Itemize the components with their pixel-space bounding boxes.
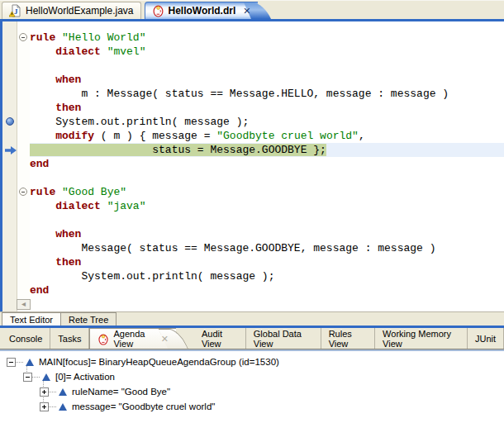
drools-file-icon bbox=[152, 4, 164, 17]
tree-connector bbox=[49, 392, 56, 392]
hscroll-left-button[interactable]: ◂ bbox=[17, 299, 31, 310]
code-line-text: end bbox=[30, 158, 49, 170]
tree-item-label: MAIN[focus]= BinaryHeapQueueAgendaGroup … bbox=[39, 357, 279, 367]
tab-helloworld-drl[interactable]: HelloWorld.drl ✕ bbox=[145, 2, 258, 19]
tab-label: JUnit bbox=[475, 334, 496, 344]
agenda-view-tree[interactable]: MAIN[focus]= BinaryHeapQueueAgendaGroup … bbox=[0, 351, 504, 423]
svg-text:J: J bbox=[14, 7, 18, 16]
view-tab-working-memory-view[interactable]: Working Memory View bbox=[375, 328, 468, 349]
code-line[interactable] bbox=[30, 171, 504, 185]
code-line[interactable]: dialect "mvel" bbox=[30, 45, 504, 59]
debug-instruction-pointer-icon bbox=[5, 146, 17, 154]
folding-ruler[interactable] bbox=[17, 21, 30, 311]
tree-item-label: [0]= Activation bbox=[55, 372, 115, 382]
collapse-icon[interactable] bbox=[23, 373, 32, 382]
code-line[interactable]: System.out.println( message ); bbox=[30, 269, 504, 283]
tree-item[interactable]: MAIN[focus]= BinaryHeapQueueAgendaGroup … bbox=[0, 354, 504, 369]
code-line-text: rule "Hello World" bbox=[30, 31, 145, 44]
editor-tab-bar: J HelloWorldExample.java HelloWorld.drl … bbox=[0, 0, 504, 19]
tree-item[interactable]: [0]= Activation bbox=[0, 369, 504, 384]
code-line[interactable]: status = Message.GOODBYE }; bbox=[30, 143, 504, 157]
code-line[interactable]: modify ( m ) { message = "Goodbyte cruel… bbox=[30, 129, 504, 143]
fold-collapse-icon[interactable] bbox=[19, 33, 27, 41]
code-line[interactable] bbox=[30, 213, 504, 227]
collapse-icon[interactable] bbox=[7, 358, 16, 367]
view-tab-agenda-view[interactable]: Agenda View✕ bbox=[89, 328, 175, 349]
tab-label: Rules View bbox=[329, 329, 367, 349]
code-line[interactable]: then bbox=[30, 101, 504, 115]
code-line-text: then bbox=[30, 256, 81, 269]
tree-item[interactable]: ruleName= "Good Bye" bbox=[0, 384, 504, 399]
view-tab-tasks[interactable]: Tasks bbox=[50, 328, 89, 349]
variable-icon bbox=[42, 373, 50, 381]
code-line[interactable]: rule "Hello World" bbox=[30, 31, 504, 45]
variable-icon bbox=[59, 388, 67, 396]
code-line[interactable]: end bbox=[30, 283, 504, 297]
tab-label: Audit View bbox=[202, 329, 238, 349]
variable-icon bbox=[26, 359, 34, 366]
expand-icon[interactable] bbox=[40, 387, 49, 397]
expand-icon[interactable] bbox=[40, 402, 49, 411]
code-line[interactable]: System.out.println( message ); bbox=[30, 115, 504, 129]
annotation-ruler[interactable] bbox=[2, 21, 17, 311]
code-line-text: dialect "mvel" bbox=[30, 45, 145, 58]
tree-item-label: message= "Goodbyte cruel world" bbox=[72, 402, 215, 411]
code-line-text: Message( status == Message.GOODBYE, mess… bbox=[30, 242, 435, 254]
view-tab-rules-view[interactable]: Rules View bbox=[321, 328, 375, 349]
code-line-text: status = Message.GOODBYE }; bbox=[30, 144, 326, 156]
code-line-text: when bbox=[30, 74, 81, 86]
tab-label: Tasks bbox=[58, 334, 81, 344]
code-line[interactable]: dialect "java" bbox=[30, 199, 504, 213]
tab-label: Working Memory View bbox=[383, 329, 459, 349]
eclipse-workbench: J HelloWorldExample.java HelloWorld.drl … bbox=[0, 0, 504, 423]
tab-label: Console bbox=[9, 334, 42, 344]
code-line-text: when bbox=[30, 228, 81, 240]
view-tab-console[interactable]: Console bbox=[2, 328, 50, 349]
tree-connector bbox=[49, 406, 56, 407]
tab-rete-tree[interactable]: Rete Tree bbox=[61, 312, 116, 326]
code-line-text: dialect "java" bbox=[30, 200, 145, 212]
view-tab-bar: ConsoleTasksAgenda View✕Audit ViewGlobal… bbox=[0, 328, 504, 349]
tab-label: Global Data View bbox=[254, 329, 313, 349]
code-line-text: System.out.println( message ); bbox=[30, 270, 274, 283]
view-tab-junit[interactable]: JUnit bbox=[468, 328, 504, 349]
code-line[interactable]: when bbox=[30, 73, 504, 87]
code-line-text: modify ( m ) { message = "Goodbyte cruel… bbox=[30, 130, 365, 142]
fold-collapse-icon[interactable] bbox=[19, 188, 27, 196]
code-line[interactable]: rule "Good Bye" bbox=[30, 185, 504, 199]
close-icon[interactable]: ✕ bbox=[243, 6, 250, 17]
code-line-text: m : Message( status == Message.HELLO, me… bbox=[30, 88, 449, 100]
drl-code-editor[interactable]: rule "Hello World" dialect "mvel" when m… bbox=[0, 21, 504, 311]
code-line-text: end bbox=[30, 284, 49, 297]
tab-helloworldexample-java[interactable]: J HelloWorldExample.java bbox=[2, 2, 141, 19]
breakpoint-icon[interactable] bbox=[6, 117, 14, 126]
java-file-warning-icon: J bbox=[9, 4, 21, 17]
view-tab-global-data-view[interactable]: Global Data View bbox=[246, 328, 321, 349]
close-icon[interactable]: ✕ bbox=[161, 334, 169, 345]
tree-connector bbox=[16, 362, 23, 363]
code-line[interactable]: when bbox=[30, 227, 504, 241]
tree-item-label: ruleName= "Good Bye" bbox=[72, 387, 170, 397]
tab-label: HelloWorld.drl bbox=[169, 5, 236, 17]
code-line[interactable]: then bbox=[30, 255, 504, 269]
tab-text-editor[interactable]: Text Editor bbox=[2, 312, 61, 326]
code-line[interactable]: end bbox=[30, 157, 504, 171]
code-line-text: then bbox=[30, 102, 81, 114]
tab-label: Rete Tree bbox=[69, 315, 108, 325]
code-line-text: System.out.println( message ); bbox=[30, 116, 249, 128]
code-line-text: rule "Good Bye" bbox=[30, 186, 126, 198]
code-line[interactable] bbox=[30, 59, 504, 73]
view-tab-audit-view[interactable]: Audit View bbox=[194, 328, 246, 349]
tab-label: Text Editor bbox=[10, 315, 53, 325]
tab-label: HelloWorldExample.java bbox=[26, 5, 134, 17]
tab-label: Agenda View bbox=[113, 329, 154, 349]
code-line[interactable]: m : Message( status == Message.HELLO, me… bbox=[30, 87, 504, 101]
variable-icon bbox=[59, 403, 67, 411]
editor-page-tabs: Text Editor Rete Tree bbox=[0, 311, 504, 326]
code-text-area[interactable]: rule "Hello World" dialect "mvel" when m… bbox=[30, 21, 504, 311]
tree-item[interactable]: message= "Goodbyte cruel world" bbox=[0, 399, 504, 414]
code-line[interactable]: Message( status == Message.GOODBYE, mess… bbox=[30, 241, 504, 255]
tree-connector bbox=[32, 377, 40, 378]
drools-icon bbox=[97, 333, 109, 345]
